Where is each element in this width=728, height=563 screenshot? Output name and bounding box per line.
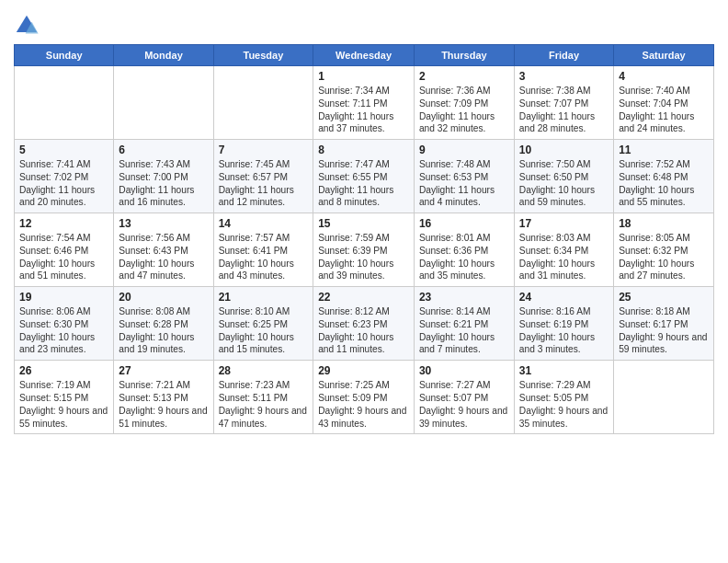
calendar-header: SundayMondayTuesdayWednesdayThursdayFrid… [15,45,714,66]
day-info: Sunrise: 7:38 AM Sunset: 7:07 PM Dayligh… [519,85,609,135]
day-number: 31 [519,364,609,377]
calendar-cell: 22Sunrise: 8:12 AM Sunset: 6:23 PM Dayli… [313,287,415,361]
calendar-cell [114,66,213,140]
day-number: 1 [318,70,409,83]
calendar-cell: 24Sunrise: 8:16 AM Sunset: 6:19 PM Dayli… [514,287,613,361]
calendar-cell: 7Sunrise: 7:45 AM Sunset: 6:57 PM Daylig… [213,140,313,213]
day-number: 10 [519,144,609,156]
calendar-cell: 4Sunrise: 7:40 AM Sunset: 7:04 PM Daylig… [614,66,714,140]
header-row: SundayMondayTuesdayWednesdayThursdayFrid… [15,45,714,66]
header-day-sunday: Sunday [15,45,114,66]
day-number: 4 [619,70,709,83]
day-info: Sunrise: 7:54 AM Sunset: 6:46 PM Dayligh… [19,232,108,282]
calendar-cell: 8Sunrise: 7:47 AM Sunset: 6:55 PM Daylig… [313,140,415,213]
day-number: 2 [419,70,509,83]
day-number: 18 [619,217,709,230]
day-info: Sunrise: 8:05 AM Sunset: 6:32 PM Dayligh… [619,232,709,282]
header-day-wednesday: Wednesday [313,45,415,66]
day-number: 27 [119,364,208,377]
calendar-cell: 19Sunrise: 8:06 AM Sunset: 6:30 PM Dayli… [15,287,114,361]
calendar-cell: 3Sunrise: 7:38 AM Sunset: 7:07 PM Daylig… [514,66,613,140]
logo [14,13,43,39]
day-number: 7 [219,144,309,156]
day-number: 29 [318,364,409,377]
calendar-cell: 28Sunrise: 7:23 AM Sunset: 5:11 PM Dayli… [213,361,313,434]
day-info: Sunrise: 7:34 AM Sunset: 7:11 PM Dayligh… [318,85,409,135]
day-info: Sunrise: 8:08 AM Sunset: 6:28 PM Dayligh… [119,305,208,356]
day-info: Sunrise: 7:21 AM Sunset: 5:13 PM Dayligh… [119,379,208,430]
day-number: 30 [419,364,509,377]
day-info: Sunrise: 7:41 AM Sunset: 7:02 PM Dayligh… [19,158,108,209]
calendar-cell: 12Sunrise: 7:54 AM Sunset: 6:46 PM Dayli… [15,213,114,287]
calendar-cell: 13Sunrise: 7:56 AM Sunset: 6:43 PM Dayli… [114,213,213,287]
day-info: Sunrise: 7:45 AM Sunset: 6:57 PM Dayligh… [219,158,309,209]
day-number: 16 [419,217,509,230]
calendar-cell: 20Sunrise: 8:08 AM Sunset: 6:28 PM Dayli… [114,287,213,361]
calendar-cell: 26Sunrise: 7:19 AM Sunset: 5:15 PM Dayli… [15,361,114,434]
day-info: Sunrise: 8:06 AM Sunset: 6:30 PM Dayligh… [19,305,108,356]
calendar-cell: 15Sunrise: 7:59 AM Sunset: 6:39 PM Dayli… [313,213,415,287]
calendar-cell: 31Sunrise: 7:29 AM Sunset: 5:05 PM Dayli… [514,361,613,434]
header-day-thursday: Thursday [414,45,514,66]
day-info: Sunrise: 8:14 AM Sunset: 6:21 PM Dayligh… [419,305,509,356]
calendar-cell: 25Sunrise: 8:18 AM Sunset: 6:17 PM Dayli… [614,287,714,361]
calendar-cell: 11Sunrise: 7:52 AM Sunset: 6:48 PM Dayli… [614,140,714,213]
day-number: 5 [19,144,108,156]
day-info: Sunrise: 7:36 AM Sunset: 7:09 PM Dayligh… [419,85,509,135]
header [14,9,714,39]
calendar-cell [614,361,714,434]
day-info: Sunrise: 7:52 AM Sunset: 6:48 PM Dayligh… [619,158,709,209]
calendar-cell: 14Sunrise: 7:57 AM Sunset: 6:41 PM Dayli… [213,213,313,287]
week-row-3: 19Sunrise: 8:06 AM Sunset: 6:30 PM Dayli… [15,287,714,361]
calendar-cell: 2Sunrise: 7:36 AM Sunset: 7:09 PM Daylig… [414,66,514,140]
day-number: 8 [318,144,409,156]
calendar-table: SundayMondayTuesdayWednesdayThursdayFrid… [14,44,714,434]
day-info: Sunrise: 8:12 AM Sunset: 6:23 PM Dayligh… [318,305,409,356]
day-info: Sunrise: 7:43 AM Sunset: 7:00 PM Dayligh… [119,158,208,209]
day-info: Sunrise: 7:27 AM Sunset: 5:07 PM Dayligh… [419,379,509,430]
day-number: 28 [219,364,309,377]
day-info: Sunrise: 8:03 AM Sunset: 6:34 PM Dayligh… [519,232,609,282]
calendar-cell: 6Sunrise: 7:43 AM Sunset: 7:00 PM Daylig… [114,140,213,213]
header-day-tuesday: Tuesday [213,45,313,66]
page: SundayMondayTuesdayWednesdayThursdayFrid… [0,0,728,563]
day-number: 3 [519,70,609,83]
week-row-1: 5Sunrise: 7:41 AM Sunset: 7:02 PM Daylig… [15,140,714,213]
day-info: Sunrise: 8:01 AM Sunset: 6:36 PM Dayligh… [419,232,509,282]
calendar-cell: 9Sunrise: 7:48 AM Sunset: 6:53 PM Daylig… [414,140,514,213]
day-number: 17 [519,217,609,230]
calendar-cell: 23Sunrise: 8:14 AM Sunset: 6:21 PM Dayli… [414,287,514,361]
day-number: 13 [119,217,208,230]
day-number: 25 [619,291,709,304]
calendar-cell: 29Sunrise: 7:25 AM Sunset: 5:09 PM Dayli… [313,361,415,434]
day-number: 22 [318,291,409,304]
day-number: 11 [619,144,709,156]
day-info: Sunrise: 7:23 AM Sunset: 5:11 PM Dayligh… [219,379,309,430]
calendar-cell: 18Sunrise: 8:05 AM Sunset: 6:32 PM Dayli… [614,213,714,287]
day-number: 19 [19,291,108,304]
calendar-cell: 17Sunrise: 8:03 AM Sunset: 6:34 PM Dayli… [514,213,613,287]
header-day-saturday: Saturday [614,45,714,66]
calendar-body: 1Sunrise: 7:34 AM Sunset: 7:11 PM Daylig… [15,66,714,434]
day-number: 26 [19,364,108,377]
week-row-2: 12Sunrise: 7:54 AM Sunset: 6:46 PM Dayli… [15,213,714,287]
calendar-cell: 21Sunrise: 8:10 AM Sunset: 6:25 PM Dayli… [213,287,313,361]
calendar-cell: 27Sunrise: 7:21 AM Sunset: 5:13 PM Dayli… [114,361,213,434]
day-info: Sunrise: 7:57 AM Sunset: 6:41 PM Dayligh… [219,232,309,282]
header-day-monday: Monday [114,45,213,66]
day-number: 15 [318,217,409,230]
day-number: 6 [119,144,208,156]
day-number: 14 [219,217,309,230]
day-info: Sunrise: 7:40 AM Sunset: 7:04 PM Dayligh… [619,85,709,135]
day-number: 24 [519,291,609,304]
day-info: Sunrise: 8:18 AM Sunset: 6:17 PM Dayligh… [619,305,709,356]
day-info: Sunrise: 7:19 AM Sunset: 5:15 PM Dayligh… [19,379,108,430]
day-info: Sunrise: 7:48 AM Sunset: 6:53 PM Dayligh… [419,158,509,209]
day-info: Sunrise: 7:56 AM Sunset: 6:43 PM Dayligh… [119,232,208,282]
day-number: 20 [119,291,208,304]
week-row-4: 26Sunrise: 7:19 AM Sunset: 5:15 PM Dayli… [15,361,714,434]
day-info: Sunrise: 7:47 AM Sunset: 6:55 PM Dayligh… [318,158,409,209]
calendar-cell [213,66,313,140]
calendar-cell: 30Sunrise: 7:27 AM Sunset: 5:07 PM Dayli… [414,361,514,434]
calendar-cell: 16Sunrise: 8:01 AM Sunset: 6:36 PM Dayli… [414,213,514,287]
